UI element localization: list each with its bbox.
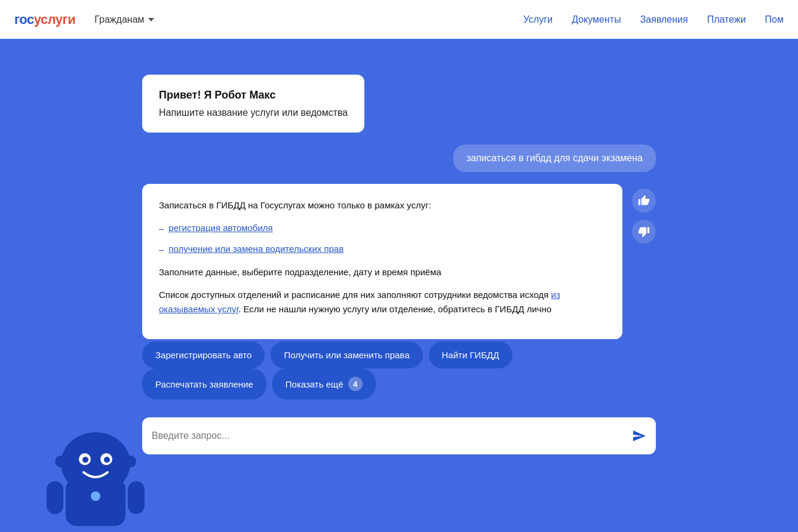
bot-link-1[interactable]: регистрация автомобиля xyxy=(168,221,272,235)
bot-link-item-1: – регистрация автомобиля xyxy=(159,221,606,236)
bot-response-wrapper: Записаться в ГИБДД на Госуслугах можно т… xyxy=(142,184,656,399)
btn-find-gibdd[interactable]: Найти ГИБДД xyxy=(429,342,512,368)
svg-point-8 xyxy=(91,491,100,501)
nav-payments[interactable]: Платежи xyxy=(707,14,746,25)
chat-input[interactable] xyxy=(152,430,625,441)
btn-show-more[interactable]: Показать ещё 4 xyxy=(272,368,376,399)
nav-citizens[interactable]: Гражданам xyxy=(94,14,154,25)
bot-greeting-bubble: Привет! Я Робот Макс Напишите название у… xyxy=(142,75,364,133)
header: госуслуги Гражданам Услуги Документы Зая… xyxy=(0,0,798,39)
logo-uslugi: услуги xyxy=(34,12,76,27)
bot-link-2[interactable]: получение или замена водительских прав xyxy=(168,242,343,256)
action-buttons-row2: Распечатать заявление Показать ещё 4 xyxy=(142,368,622,399)
svg-point-3 xyxy=(61,432,130,494)
svg-point-7 xyxy=(104,457,110,463)
action-buttons: Зарегистрировать авто Получить или замен… xyxy=(142,342,622,368)
header-left: госуслуги Гражданам xyxy=(14,12,154,27)
link-dash-icon-2: – xyxy=(159,242,164,257)
bot-subtitle-text: Напишите название услуги или ведомства xyxy=(159,107,348,118)
show-more-badge: 4 xyxy=(348,377,363,391)
bot-response-content: Записаться в ГИБДД на Госуслугах можно т… xyxy=(142,184,622,399)
bot-info-2: Список доступных отделений и расписание … xyxy=(159,288,606,316)
header-right: Услуги Документы Заявления Платежи Пом xyxy=(523,14,784,25)
thumbs-down-icon xyxy=(638,226,650,238)
link-dash-icon-1: – xyxy=(159,222,164,236)
main-content: Привет! Я Робот Макс Напишите название у… xyxy=(0,39,798,532)
nav-documents[interactable]: Документы xyxy=(572,14,621,25)
input-area xyxy=(142,417,656,454)
svg-rect-2 xyxy=(128,481,145,514)
chevron-down-icon xyxy=(148,18,154,21)
svg-point-9 xyxy=(55,456,67,468)
bot-info-2-part2: . Если не нашли нужную услугу или отделе… xyxy=(238,304,551,314)
logo-gos: гос xyxy=(14,12,34,27)
feedback-icons xyxy=(632,189,656,244)
bot-greeting-text: Привет! Я Робот Макс xyxy=(159,89,348,102)
btn-print-application[interactable]: Распечатать заявление xyxy=(142,368,266,399)
bot-info-2-part1: Список доступных отделений и расписание … xyxy=(159,290,551,300)
bot-response-intro: Записаться в ГИБДД на Госуслугах можно т… xyxy=(159,198,606,213)
logo[interactable]: госуслуги xyxy=(14,12,75,27)
nav-help[interactable]: Пом xyxy=(765,14,784,25)
svg-point-10 xyxy=(124,456,136,468)
bot-avatar xyxy=(36,413,155,532)
user-message: записаться в гибдд для сдачи экзамена xyxy=(453,144,656,172)
send-icon xyxy=(632,429,646,443)
send-button[interactable] xyxy=(632,429,646,443)
thumbs-down-button[interactable] xyxy=(632,220,656,244)
btn-register-car[interactable]: Зарегистрировать авто xyxy=(142,342,265,368)
btn-get-license[interactable]: Получить или заменить права xyxy=(271,342,422,368)
chat-container: Привет! Я Робот Макс Напишите название у… xyxy=(142,75,656,454)
nav-applications[interactable]: Заявления xyxy=(640,14,688,25)
svg-point-6 xyxy=(82,457,88,463)
thumbs-up-icon xyxy=(638,195,650,207)
robot-svg xyxy=(36,413,155,532)
bot-info-1: Заполните данные, выберите подразделение… xyxy=(159,265,606,279)
bot-response-card: Записаться в ГИБДД на Госуслугах можно т… xyxy=(142,184,622,339)
nav-services[interactable]: Услуги xyxy=(523,14,553,25)
thumbs-up-button[interactable] xyxy=(632,189,656,213)
svg-rect-1 xyxy=(47,481,63,514)
bot-link-item-2: – получение или замена водительских прав xyxy=(159,242,606,257)
